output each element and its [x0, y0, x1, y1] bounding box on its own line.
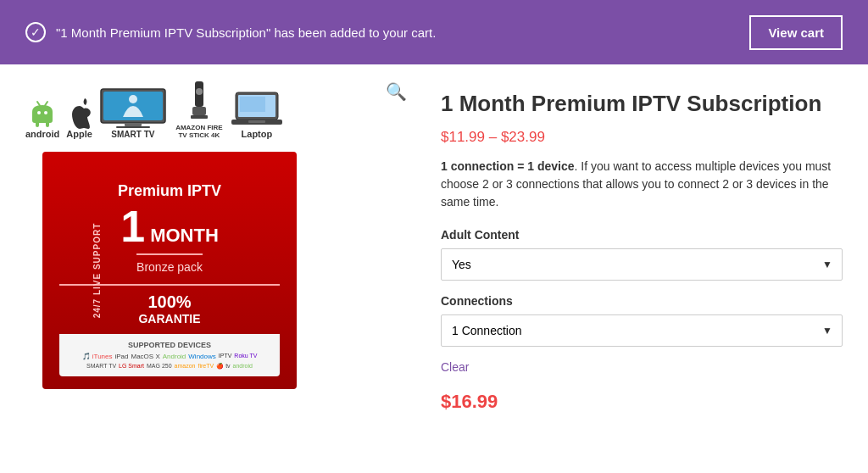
logo-iptv: IPTV	[219, 353, 232, 360]
supported-devices-label: SUPPORTED DEVICES	[68, 341, 271, 349]
clear-link[interactable]: Clear	[441, 360, 469, 374]
svg-rect-13	[191, 115, 208, 119]
search-icon: 🔍	[386, 82, 407, 101]
device-smarttv: SMART TV	[99, 87, 167, 139]
laptop-icon	[231, 91, 282, 129]
logo-appletv: 🍎 tv	[216, 363, 230, 370]
box-month-label: MONTH	[150, 225, 219, 247]
svg-rect-17	[240, 97, 265, 112]
logo-itunes: 🎵 iTunes	[82, 353, 113, 360]
device-android-label: android	[25, 129, 59, 139]
device-firestick-label: AMAZON FIRE TV STICK 4K	[174, 124, 225, 139]
device-android: android	[25, 95, 59, 139]
logo-firetv: fireTV	[198, 363, 214, 370]
product-title: 1 Month Premium IPTV Subscription	[441, 90, 843, 119]
logo-android2: Android	[163, 353, 186, 360]
device-smarttv-label: SMART TV	[111, 130, 154, 139]
logo-smart: SMART TV	[86, 363, 116, 370]
notification-message: ✓ "1 Month Premium IPTV Subscription" ha…	[25, 22, 436, 42]
logo-windows: Windows	[188, 353, 215, 360]
product-details: 1 Month Premium IPTV Subscription $11.99…	[441, 81, 843, 413]
connections-dropdown-wrapper: 1 Connection 2 Connections 3 Connections…	[441, 314, 843, 347]
apple-icon	[67, 98, 92, 129]
adult-content-label: Adult Content	[441, 228, 843, 242]
adult-content-select[interactable]: Yes No	[441, 248, 843, 281]
logo-lg: LG Smart	[119, 363, 144, 370]
box-pack-label: Bronze pack	[136, 253, 203, 274]
adult-content-dropdown-wrapper: Yes No ▼	[441, 248, 843, 281]
product-image-section: android Apple	[25, 81, 407, 413]
svg-rect-12	[192, 107, 206, 115]
svg-rect-19	[248, 120, 265, 123]
device-laptop: Laptop	[231, 91, 282, 139]
logo-ipad: iPad	[114, 353, 128, 360]
connection-info-bold: 1 connection = 1 device	[441, 159, 575, 173]
main-content: android Apple	[0, 64, 868, 430]
svg-point-14	[196, 88, 203, 95]
device-apple: Apple	[66, 98, 92, 139]
box-month-number: 1	[120, 204, 145, 248]
final-price: $16.99	[441, 391, 843, 413]
view-cart-button[interactable]: View cart	[749, 15, 843, 50]
device-logos: 🎵 iTunes iPad MacOS X Android Windows IP…	[68, 353, 271, 370]
android-icon	[25, 95, 59, 129]
box-title: Premium IPTV	[118, 181, 221, 201]
svg-rect-9	[125, 123, 142, 126]
box-guarantee-line2: GARANTIE	[138, 312, 200, 326]
svg-point-5	[44, 111, 47, 114]
logo-mag: MAG 250	[147, 363, 172, 370]
product-box: 24/7 LIVE SUPPORT Premium IPTV 1 MONTH B…	[42, 152, 297, 389]
logo-macos: MacOS X	[131, 353, 160, 360]
box-footer: SUPPORTED DEVICES 🎵 iTunes iPad MacOS X …	[59, 334, 280, 376]
logo-android3: android	[233, 363, 253, 370]
svg-point-8	[129, 95, 137, 103]
search-button[interactable]: 🔍	[386, 81, 407, 102]
notification-text: "1 Month Premium IPTV Subscription" has …	[56, 25, 436, 40]
connections-label: Connections	[441, 294, 843, 308]
smarttv-icon	[99, 87, 167, 130]
device-firestick: AMAZON FIRE TV STICK 4K	[174, 81, 225, 139]
logo-amazon: amazon	[175, 363, 196, 370]
price-range: $11.99 – $23.99	[441, 129, 843, 146]
device-laptop-label: Laptop	[242, 129, 273, 139]
svg-point-4	[37, 111, 41, 114]
device-apple-label: Apple	[66, 129, 92, 139]
box-side-text: 24/7 LIVE SUPPORT	[92, 223, 102, 319]
logo-roku: Roku TV	[234, 353, 257, 360]
connection-info: 1 connection = 1 device. If you want to …	[441, 158, 843, 211]
box-guarantee-line1: 100%	[147, 292, 191, 312]
connections-select[interactable]: 1 Connection 2 Connections 3 Connections	[441, 314, 843, 347]
svg-rect-10	[116, 126, 150, 128]
notification-bar: ✓ "1 Month Premium IPTV Subscription" ha…	[0, 0, 868, 64]
check-circle-icon: ✓	[25, 22, 46, 42]
device-icons-row: android Apple	[25, 81, 407, 139]
firestick-icon	[182, 81, 216, 124]
